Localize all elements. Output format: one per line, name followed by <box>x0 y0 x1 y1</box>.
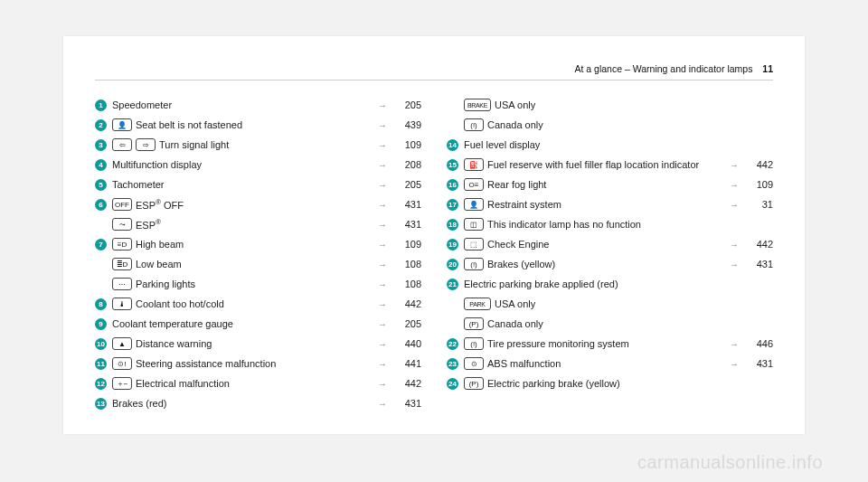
list-item: 1Speedometer→205 <box>95 95 421 115</box>
item-label: Rear fog light <box>487 179 724 190</box>
item-number <box>447 298 458 310</box>
item-number: 5 <box>95 179 107 191</box>
arrow-icon: → <box>378 120 387 130</box>
indicator-icon: ⇨ <box>136 138 156 151</box>
item-label: This indicator lamp has no function <box>487 219 773 230</box>
indicator-icon: (P) <box>464 377 484 390</box>
header-title: At a glance – Warning and indicator lamp… <box>575 63 753 74</box>
arrow-icon: → <box>378 339 387 349</box>
indicator-icon: BRAKE <box>464 99 491 111</box>
indicator-icon: ⛽ <box>464 158 484 171</box>
list-item: 22(!)Tire pressure monitoring system→446 <box>447 334 773 354</box>
indicator-icon: ≡D <box>112 238 132 250</box>
list-item: 15⛽Fuel reserve with fuel filler flap lo… <box>447 155 773 175</box>
indicator-icon: ⤳ <box>112 218 132 231</box>
list-item: 13Brakes (red)→431 <box>95 393 421 413</box>
arrow-icon: → <box>378 100 387 110</box>
indicator-icon: (!) <box>464 258 484 270</box>
arrow-icon: → <box>378 279 387 289</box>
item-label: Electric parking brake applied (red) <box>464 279 773 289</box>
indicator-icon: ＋− <box>112 377 132 390</box>
list-item: 4Multifunction display→208 <box>95 155 421 175</box>
indicator-icon: ⋯ <box>112 278 132 290</box>
page-reference: 31 <box>744 199 773 210</box>
item-number: 3 <box>95 139 107 151</box>
list-item: ≣DLow beam→108 <box>95 254 421 274</box>
page-reference: 442 <box>744 159 773 170</box>
list-item: 16O≡Rear fog light→109 <box>447 175 773 194</box>
list-item: 3⇦⇨Turn signal light→109 <box>95 135 421 155</box>
item-number: 12 <box>95 378 107 390</box>
list-item: 12＋−Electrical malfunction→442 <box>95 373 421 393</box>
page-reference: 439 <box>392 119 421 130</box>
indicator-icon: 👤 <box>112 118 132 131</box>
list-item: (!)Canada only <box>447 115 773 135</box>
list-item: 10▲Distance warning→440 <box>95 334 421 354</box>
page-reference: 205 <box>392 179 421 190</box>
list-item: 20(!)Brakes (yellow)→431 <box>447 254 773 274</box>
indicator-icon: ⇦ <box>112 138 132 151</box>
left-column: 1Speedometer→2052👤Seat belt is not faste… <box>95 95 421 413</box>
page-reference: 109 <box>392 139 421 150</box>
item-label: Distance warning <box>136 338 373 349</box>
item-number <box>95 259 107 270</box>
list-item: 23⊙ABS malfunction→431 <box>447 354 773 373</box>
page-reference: 431 <box>392 398 421 409</box>
list-item: ⋯Parking lights→108 <box>95 274 421 294</box>
arrow-icon: → <box>730 180 739 190</box>
indicator-icon: 🌡 <box>112 298 132 310</box>
arrow-icon: → <box>378 359 387 369</box>
item-label: Electrical malfunction <box>136 378 373 389</box>
item-label: Steering assistance malfunction <box>136 358 373 369</box>
arrow-icon: → <box>378 319 387 329</box>
item-label: Coolant too hot/cold <box>136 298 373 309</box>
item-number: 14 <box>447 139 458 151</box>
item-label: Seat belt is not fastened <box>136 119 373 130</box>
list-item: 17👤Restraint system→31 <box>447 194 773 214</box>
indicator-icon: ◫ <box>464 218 484 231</box>
page-reference: 109 <box>744 179 773 190</box>
item-number: 10 <box>95 338 107 350</box>
arrow-icon: → <box>730 160 739 170</box>
arrow-icon: → <box>378 260 387 269</box>
item-number: 11 <box>95 358 107 370</box>
item-label: Restraint system <box>487 199 724 210</box>
item-label: Multifunction display <box>112 159 373 170</box>
list-item: BRAKEUSA only <box>447 95 773 115</box>
item-number: 13 <box>95 398 107 410</box>
item-label: ESP® OFF <box>136 198 373 211</box>
item-number <box>447 99 458 111</box>
arrow-icon: → <box>378 220 387 230</box>
item-label: Coolant temperature gauge <box>112 318 373 329</box>
item-number: 19 <box>447 239 458 250</box>
list-item: 14Fuel level display <box>447 135 773 155</box>
list-item: 6OFFESP® OFF→431 <box>95 194 421 214</box>
item-number <box>447 318 458 330</box>
arrow-icon: → <box>378 160 387 170</box>
page-reference: 109 <box>392 239 421 250</box>
indicator-icon: 👤 <box>464 198 484 211</box>
indicator-icon: (!) <box>464 337 484 350</box>
item-number: 22 <box>447 338 458 350</box>
list-item: 2👤Seat belt is not fastened→439 <box>95 115 421 135</box>
item-number: 23 <box>447 358 458 370</box>
arrow-icon: → <box>730 339 739 349</box>
arrow-icon: → <box>378 240 387 250</box>
indicator-icon: ⊙! <box>112 357 132 370</box>
page-reference: 440 <box>392 338 421 349</box>
item-number: 8 <box>95 298 107 310</box>
item-number: 6 <box>95 199 107 211</box>
indicator-icon: ≣D <box>112 258 132 270</box>
page-reference: 205 <box>392 99 421 110</box>
item-number: 15 <box>447 159 458 171</box>
indicator-icon: ⊙ <box>464 357 484 370</box>
arrow-icon: → <box>730 200 739 210</box>
arrow-icon: → <box>378 140 387 150</box>
arrow-icon: → <box>378 399 387 409</box>
arrow-icon: → <box>730 359 739 369</box>
list-item: 18◫This indicator lamp has no function <box>447 214 773 234</box>
page-reference: 431 <box>744 358 773 369</box>
item-label: USA only <box>495 298 773 309</box>
indicator-icon: (P) <box>464 317 484 330</box>
list-item: 9Coolant temperature gauge→205 <box>95 314 421 334</box>
